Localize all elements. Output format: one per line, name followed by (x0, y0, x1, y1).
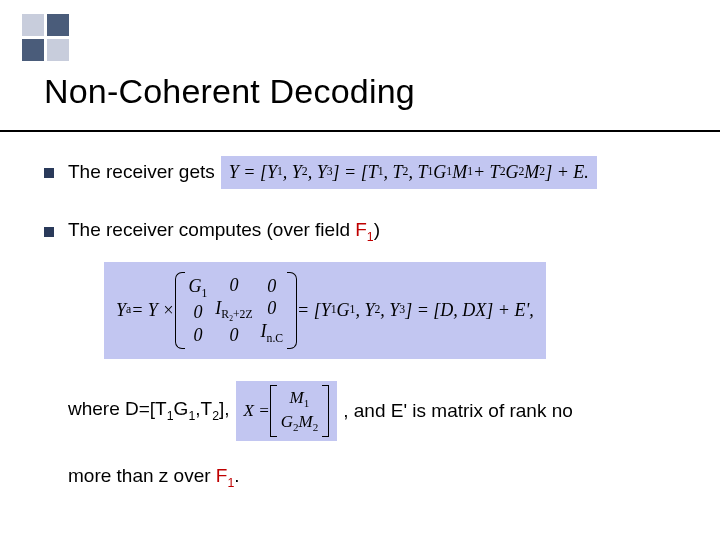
equation-x: X = M1 G2M2 (236, 381, 338, 441)
where-line: where D=[T1G1,T2], X = M1 G2M2 , and E' … (68, 381, 700, 441)
where-tail: , and E' is matrix of rank no (343, 398, 573, 425)
bullet-1: The receiver gets Y = [Y1, Y2, Y3] = [T1… (44, 156, 700, 189)
bullet-2-text: The receiver computes (over field F1) (68, 217, 380, 246)
slide-content: The receiver gets Y = [Y1, Y2, Y3] = [T1… (44, 156, 700, 492)
equation-y: Y = [Y1, Y2, Y3] = [T1, T2, T1G1M1 + T2G… (221, 156, 597, 189)
last-line: more than z over F1. (68, 463, 700, 492)
bullet-icon (44, 168, 54, 178)
bullet-icon (44, 227, 54, 237)
title-rule (0, 130, 720, 132)
corner-decoration (22, 14, 69, 61)
bullet-1-text: The receiver gets (68, 159, 215, 186)
slide-title: Non-Coherent Decoding (44, 72, 415, 111)
equation-ya: Ya = Y × G1 0 0 0 IR2+2Z 0 0 0 In.C = [Y… (104, 262, 546, 358)
bullet-2: The receiver computes (over field F1) (44, 217, 700, 246)
matrix-big: G1 0 0 0 IR2+2Z 0 0 0 In.C (175, 272, 298, 348)
